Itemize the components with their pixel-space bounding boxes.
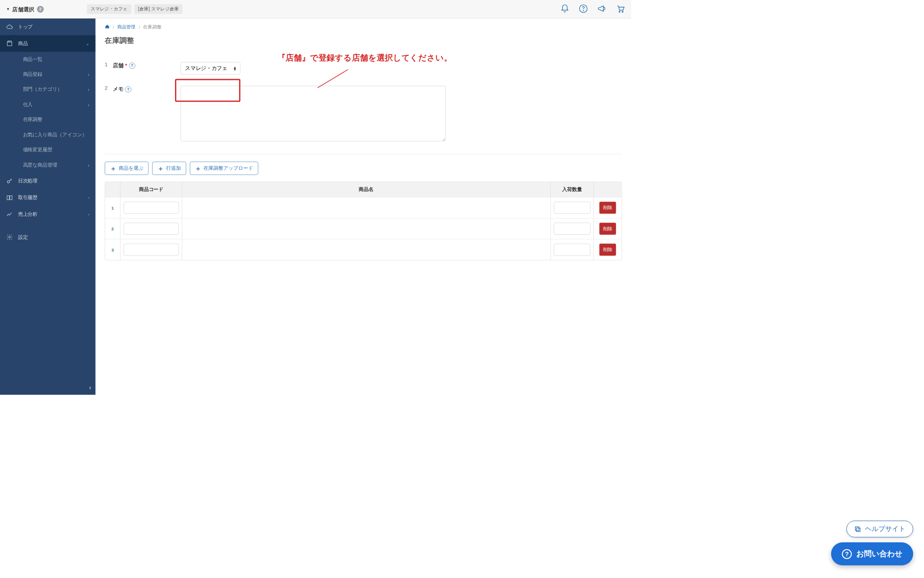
breadcrumb-link[interactable]: 商品管理 [117, 24, 136, 30]
sidebar-item-products[interactable]: 商品 ⌄ [0, 35, 96, 52]
svg-point-1 [583, 10, 583, 11]
megaphone-icon[interactable] [597, 4, 606, 14]
product-code-input[interactable] [124, 244, 179, 256]
store-count-badge: 2 [37, 6, 44, 13]
row-number: 1 [105, 197, 120, 218]
cloud-icon [6, 23, 13, 30]
sidebar-item-label: トップ [18, 23, 33, 30]
help-icon[interactable]: ? [129, 62, 135, 69]
chevron-right-icon: › [88, 212, 89, 217]
memo-textarea[interactable] [180, 86, 445, 141]
main-content: / 商品管理 / 在庫調整 『店舗』で登録する店舗を選択してください。 在庫調整… [96, 19, 631, 395]
sidebar-sub-stock-adjustment[interactable]: 在庫調整 [0, 112, 96, 127]
svg-point-5 [7, 181, 9, 183]
sidebar-item-label: 商品 [18, 40, 28, 47]
chevron-right-icon: › [88, 163, 89, 168]
question-icon: ? [842, 549, 852, 559]
caret-down-icon: ▼ [6, 7, 10, 11]
store-selector[interactable]: ▼ 店舗選択 2 [6, 5, 44, 13]
sidebar-collapse-button[interactable]: ‹ [89, 384, 91, 392]
product-table: 商品コード 商品名 入荷数量 1 削除 2 削除 3 [105, 182, 622, 260]
contact-button[interactable]: ? お問い合わせ [831, 542, 913, 565]
svg-point-3 [622, 11, 624, 13]
svg-rect-8 [855, 527, 859, 530]
store-selector-label: 店舗選択 [12, 5, 34, 13]
bell-icon[interactable] [560, 4, 569, 14]
key-icon [6, 177, 13, 184]
product-name-cell [182, 197, 551, 218]
form-row-number: 2 [105, 86, 113, 91]
product-code-input[interactable] [124, 223, 179, 235]
sidebar-item-settings[interactable]: 設定 [0, 229, 96, 246]
help-icon[interactable]: ? [125, 86, 131, 93]
box-icon [6, 40, 13, 47]
svg-rect-9 [856, 528, 860, 531]
sidebar-item-label: 設定 [18, 234, 28, 240]
external-link-icon [854, 526, 861, 533]
table-row: 2 削除 [105, 218, 622, 239]
chevron-right-icon: › [88, 102, 89, 107]
sidebar-item-daily[interactable]: 日次処理 [0, 172, 96, 189]
chevron-right-icon: › [88, 87, 89, 92]
breadcrumb-current: 在庫調整 [143, 24, 162, 30]
product-name-cell [182, 219, 551, 239]
chart-icon [6, 211, 13, 218]
form-row-number: 1 [105, 62, 113, 67]
quantity-input[interactable] [554, 223, 590, 235]
sidebar-sub-advanced[interactable]: 高度な商品管理› [0, 158, 96, 172]
sidebar-sub-supply[interactable]: 仕入› [0, 97, 96, 112]
sidebar-item-sales[interactable]: 売上分析 › [0, 206, 96, 223]
book-icon [6, 194, 13, 201]
plus-icon: ＋ [157, 165, 164, 172]
help-icon[interactable] [579, 4, 588, 14]
table-row: 1 削除 [105, 197, 622, 218]
sidebar-item-transactions[interactable]: 取引履歴 › [0, 189, 96, 206]
store-select[interactable]: スマレジ・カフェ [180, 62, 240, 75]
sidebar-sub-product-list[interactable]: 商品一覧 [0, 52, 96, 67]
gear-icon [6, 234, 13, 241]
chevron-right-icon: › [88, 72, 89, 77]
delete-row-button[interactable]: 削除 [599, 244, 616, 256]
cart-icon[interactable] [616, 4, 625, 14]
help-site-button[interactable]: ヘルプサイト [846, 521, 913, 537]
upload-button[interactable]: ＋在庫調整アップロード [190, 162, 259, 175]
sidebar-sub-product-register[interactable]: 商品登録› [0, 67, 96, 82]
col-header-name: 商品名 [182, 182, 551, 197]
sidebar-item-label: 取引履歴 [18, 195, 38, 201]
sidebar: トップ 商品 ⌄ 商品一覧 商品登録› 部門（カテゴリ）› 仕入› 在庫調整 お… [0, 19, 96, 395]
quantity-input[interactable] [554, 244, 590, 256]
delete-row-button[interactable]: 削除 [599, 223, 616, 235]
home-icon[interactable] [105, 24, 110, 30]
plus-icon: ＋ [195, 165, 201, 172]
sidebar-item-top[interactable]: トップ [0, 19, 96, 35]
chevron-right-icon: › [88, 195, 89, 200]
delete-row-button[interactable]: 削除 [599, 202, 616, 214]
topbar: ▼ 店舗選択 2 スマレジ・カフェ [倉庫] スマレジ倉庫 [0, 0, 631, 19]
divider [105, 154, 622, 154]
svg-point-6 [9, 236, 10, 238]
page-title: 在庫調整 [105, 36, 622, 46]
chevron-down-icon: ⌄ [86, 41, 89, 46]
breadcrumb: / 商品管理 / 在庫調整 [105, 24, 622, 30]
store-label: 店舗 [113, 62, 123, 69]
store-tag[interactable]: スマレジ・カフェ [87, 5, 131, 14]
svg-rect-4 [7, 42, 12, 46]
row-number: 2 [105, 219, 120, 239]
product-name-cell [182, 239, 551, 260]
store-tag[interactable]: [倉庫] スマレジ倉庫 [134, 5, 183, 14]
add-row-button[interactable]: ＋行追加 [152, 162, 186, 175]
sidebar-item-label: 売上分析 [18, 211, 38, 218]
sidebar-sub-favorite[interactable]: お気に入り商品（アイコン） [0, 127, 96, 142]
table-row: 3 削除 [105, 239, 622, 260]
choose-product-button[interactable]: ＋商品を選ぶ [105, 162, 148, 175]
row-number: 3 [105, 239, 120, 260]
sidebar-sub-price-history[interactable]: 価格変更履歴 [0, 143, 96, 158]
memo-label: メモ [113, 86, 123, 93]
sidebar-sub-category[interactable]: 部門（カテゴリ）› [0, 82, 96, 97]
topbar-tags: スマレジ・カフェ [倉庫] スマレジ倉庫 [87, 5, 183, 14]
quantity-input[interactable] [554, 202, 590, 214]
col-header-code: 商品コード [120, 182, 182, 197]
svg-point-2 [619, 11, 620, 13]
sidebar-item-label: 日次処理 [18, 178, 38, 184]
product-code-input[interactable] [124, 202, 179, 214]
